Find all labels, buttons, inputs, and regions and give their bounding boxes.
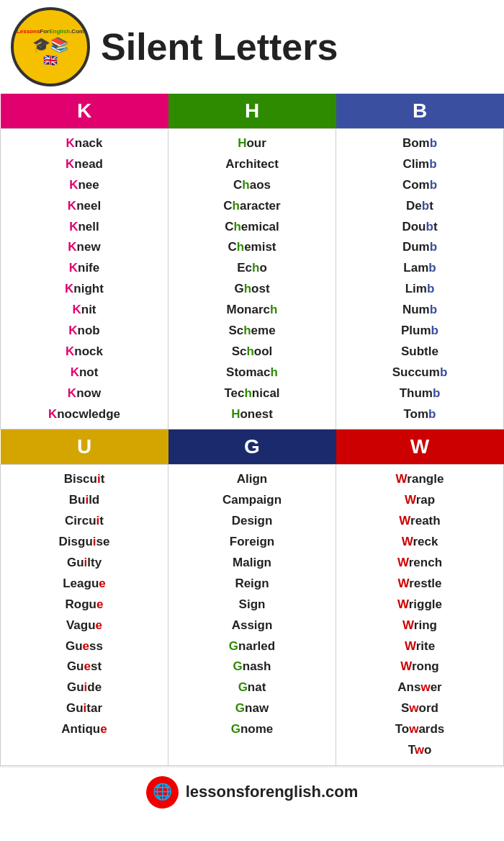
list-item: Towards — [339, 719, 500, 740]
col-k-words: KnackKneadKneeKneelKnellKnewKnifeKnightK… — [1, 129, 168, 430]
logo-books-icon: 🎓📚 — [32, 36, 68, 53]
list-item: Technical — [171, 383, 333, 404]
col-header-b: B — [336, 94, 504, 129]
silent-letters-table: K H B KnackKneadKneeKneelKnellKnewKnifeK… — [0, 94, 504, 766]
list-item: Lamb — [339, 258, 500, 279]
list-item: Ghost — [171, 279, 333, 300]
logo: LessonsForEnglish.Com 🎓📚 🇬🇧 — [11, 7, 90, 86]
list-item: Knock — [4, 342, 165, 362]
list-item: Gnome — [171, 719, 333, 740]
list-item: Wrestle — [339, 574, 500, 595]
list-item: Knit — [4, 300, 165, 321]
list-item: Knob — [4, 321, 165, 342]
col-w-words: WrangleWrapWreathWreckWrenchWrestleWrigg… — [336, 465, 504, 765]
header: LessonsForEnglish.Com 🎓📚 🇬🇧 Silent Lette… — [0, 0, 504, 94]
list-item: Write — [339, 636, 500, 657]
list-item: Wreath — [339, 511, 500, 532]
list-item: Knife — [4, 258, 165, 279]
list-item: Climb — [339, 154, 500, 175]
list-item: Knack — [4, 133, 165, 154]
list-item: Tomb — [339, 404, 500, 425]
list-item: Knot — [4, 362, 165, 383]
list-item: Reign — [171, 574, 333, 595]
list-item: Gnaw — [171, 698, 333, 719]
list-item: Foreign — [171, 532, 333, 553]
list-item: Design — [171, 511, 333, 532]
list-item: Knee — [4, 175, 165, 196]
list-item: Knocwledge — [4, 404, 165, 425]
list-item: Wring — [339, 615, 500, 636]
list-item: Vague — [4, 615, 165, 636]
list-item: Gnash — [171, 657, 333, 677]
col-header-h: H — [168, 94, 336, 129]
list-item: Answer — [339, 677, 500, 698]
list-item: Chaos — [171, 175, 333, 196]
page-title: Silent Letters — [101, 25, 338, 68]
list-item: Guess — [4, 636, 165, 657]
col-header-g: G — [168, 430, 336, 465]
list-item: Knell — [4, 217, 165, 238]
list-item: Wriggle — [339, 595, 500, 615]
list-item: Campaign — [171, 490, 333, 511]
list-item: Honest — [171, 404, 333, 425]
list-item: Knew — [4, 237, 165, 258]
list-item: Character — [171, 196, 333, 217]
list-item: Guide — [4, 677, 165, 698]
col-h-words: HourArchitectChaosCharacterChemicalChemi… — [168, 129, 336, 430]
list-item: Rogue — [4, 595, 165, 615]
list-item: Wrap — [339, 490, 500, 511]
list-item: Knight — [4, 279, 165, 300]
col-g-words: AlignCampaignDesignForeignMalignReignSig… — [168, 465, 336, 765]
list-item: Guitar — [4, 698, 165, 719]
list-item: Malign — [171, 553, 333, 574]
col-header-w: W — [336, 430, 504, 465]
list-item: Hour — [171, 133, 333, 154]
footer-url: lessonsforenglish.com — [186, 783, 359, 801]
list-item: Monarch — [171, 300, 333, 321]
list-item: Stomach — [171, 362, 333, 383]
col-u-words: BiscuitBuildCircuitDisguiseGuiltyLeagueR… — [1, 465, 168, 765]
list-item: Guest — [4, 657, 165, 677]
footer: 🌐 lessonsforenglish.com — [0, 766, 504, 817]
list-item: Sign — [171, 595, 333, 615]
list-item: Wrong — [339, 657, 500, 677]
list-item: Thumb — [339, 383, 500, 404]
list-item: Biscuit — [4, 469, 165, 490]
footer-globe-icon: 🌐 — [146, 776, 179, 809]
list-item: Circuit — [4, 511, 165, 532]
list-item: Kneel — [4, 196, 165, 217]
logo-text: LessonsForEnglish.Com — [15, 27, 86, 37]
list-item: Wreck — [339, 532, 500, 553]
list-item: Assign — [171, 615, 333, 636]
list-item: Sword — [339, 698, 500, 719]
list-item: Dumb — [339, 237, 500, 258]
list-item: Wrangle — [339, 469, 500, 490]
list-item: Antique — [4, 719, 165, 740]
list-item: Align — [171, 469, 333, 490]
list-item: Disguise — [4, 532, 165, 553]
list-item: School — [171, 342, 333, 362]
list-item: League — [4, 574, 165, 595]
list-item: Gnat — [171, 677, 333, 698]
list-item: Succumb — [339, 362, 500, 383]
list-item: Limb — [339, 279, 500, 300]
list-item: Doubt — [339, 217, 500, 238]
list-item: Numb — [339, 300, 500, 321]
list-item: Debt — [339, 196, 500, 217]
list-item: Knead — [4, 154, 165, 175]
list-item: Build — [4, 490, 165, 511]
col-b-words: BombClimbCombDebtDoubtDumbLambLimbNumbPl… — [336, 129, 504, 430]
list-item: Architect — [171, 154, 333, 175]
list-item: Subtle — [339, 342, 500, 362]
col-header-u: U — [1, 430, 168, 465]
logo-flag-icon: 🇬🇧 — [43, 53, 58, 67]
list-item: Echo — [171, 258, 333, 279]
list-item: Two — [339, 740, 500, 761]
list-item: Wrench — [339, 553, 500, 574]
list-item: Chemist — [171, 237, 333, 258]
list-item: Gnarled — [171, 636, 333, 657]
list-item: Scheme — [171, 321, 333, 342]
list-item: Comb — [339, 175, 500, 196]
col-header-k: K — [1, 94, 168, 129]
list-item: Chemical — [171, 217, 333, 238]
